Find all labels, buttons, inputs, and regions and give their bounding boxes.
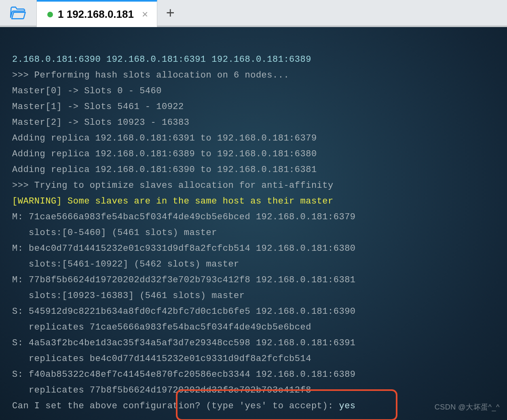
tab-bar: 1 192.168.0.181 × + [0,0,507,27]
terminal-line: M: 71cae5666a983fe54bac5f034f4de49cb5e6b… [12,209,495,225]
tab-active[interactable]: 1 192.168.0.181 × [37,0,157,27]
terminal-prompt-line: Can I set the above configuration? (type… [12,398,495,414]
open-folder-button[interactable] [0,0,37,25]
terminal-line: replicates 71cae5666a983fe54bac5f034f4de… [12,319,495,335]
terminal-line: S: 545912d9c8221b634a8fd0cf42bfc7d0c1cb6… [12,304,495,319]
watermark: CSDN @大坏蛋^_^ [435,399,500,415]
add-tab-button[interactable]: + [157,0,183,25]
terminal-line: >>> Trying to optimize slaves allocation… [12,178,495,193]
terminal-line: Master[1] -> Slots 5461 - 10922 [12,99,495,115]
terminal-line: Master[0] -> Slots 0 - 5460 [12,83,495,99]
connection-status-dot [47,12,53,17]
terminal-line: 2.168.0.181:6390 192.168.0.181:6391 192.… [12,52,495,67]
terminal-line: >>> Performing hash slots allocation on … [12,67,495,83]
terminal-line: M: be4c0d77d14415232e01c9331d9df8a2fcfcb… [12,241,495,256]
terminal-output[interactable]: 2.168.0.181:6390 192.168.0.181:6391 192.… [0,27,507,420]
terminal-line: S: f40ab85322c48ef7c41454e870fc20586ecb3… [12,367,495,382]
folder-open-icon [10,6,26,19]
terminal-line: replicates be4c0d77d14415232e01c9331d9df… [12,351,495,367]
terminal-lines: 2.168.0.181:6390 192.168.0.181:6391 192.… [12,52,495,414]
terminal-line: Adding replica 192.168.0.181:6389 to 192… [12,146,495,162]
terminal-line: M: 77b8f5b6624d19720202dd32f3e702b793c41… [12,272,495,288]
terminal-line: slots:[5461-10922] (5462 slots) master [12,256,495,272]
close-tab-button[interactable]: × [142,8,148,21]
prompt-answer: yes [339,401,355,411]
terminal-line: replicates 77b8f5b6624d19720202dd32f3e70… [12,382,495,398]
terminal-line: Adding replica 192.168.0.181:6390 to 192… [12,162,495,178]
terminal-line: [WARNING] Some slaves are in the same ho… [12,193,495,209]
terminal-line: Adding replica 192.168.0.181:6391 to 192… [12,130,495,146]
terminal-line: slots:[10923-16383] (5461 slots) master [12,288,495,304]
terminal-line: S: 4a5a3f2bc4be1d3ac35f34a5af3d7e29348cc… [12,335,495,351]
terminal-line: Master[2] -> Slots 10923 - 16383 [12,115,495,130]
terminal-line: slots:[0-5460] (5461 slots) master [12,225,495,241]
tab-title: 1 192.168.0.181 [58,8,134,21]
prompt-question: Can I set the above configuration? (type… [12,401,339,411]
